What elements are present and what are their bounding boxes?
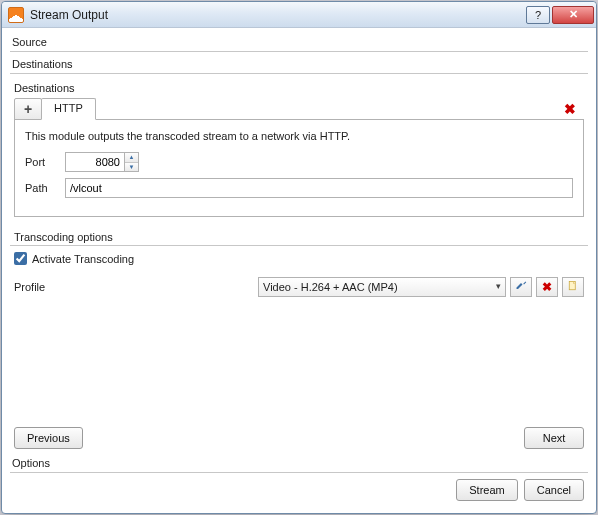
source-section-header[interactable]: Source [10, 32, 588, 51]
divider [10, 51, 588, 52]
edit-profile-button[interactable] [510, 277, 532, 297]
port-input[interactable] [65, 152, 125, 172]
svg-rect-0 [569, 282, 575, 290]
stream-button[interactable]: Stream [456, 479, 517, 501]
vlc-cone-icon [8, 7, 24, 23]
activate-transcoding-label: Activate Transcoding [32, 253, 134, 265]
path-label: Path [25, 182, 65, 194]
cancel-button[interactable]: Cancel [524, 479, 584, 501]
profile-selected-value: Video - H.264 + AAC (MP4) [263, 281, 398, 293]
spin-down-icon[interactable]: ▼ [125, 163, 138, 172]
close-window-button[interactable]: ✕ [552, 6, 594, 24]
divider [10, 472, 588, 473]
tab-label: HTTP [54, 102, 83, 114]
close-icon: ✖ [564, 101, 576, 117]
plus-icon: + [24, 101, 32, 117]
titlebar[interactable]: Stream Output ? ✕ [2, 2, 596, 28]
stream-output-dialog: Stream Output ? ✕ Source Destinations De… [1, 1, 597, 514]
button-label: Cancel [537, 484, 571, 496]
spin-up-icon[interactable]: ▲ [125, 153, 138, 163]
button-label: Next [543, 432, 566, 444]
http-destination-panel: This module outputs the transcoded strea… [14, 119, 584, 217]
options-section-header[interactable]: Options [10, 453, 588, 472]
add-destination-tab-button[interactable]: + [14, 98, 42, 120]
port-label: Port [25, 156, 65, 168]
wrench-icon [515, 280, 527, 294]
divider [10, 245, 588, 246]
dialog-footer: Stream Cancel [10, 475, 588, 507]
port-stepper[interactable]: ▲ ▼ [65, 152, 139, 172]
new-profile-button[interactable] [562, 277, 584, 297]
new-file-icon [567, 280, 579, 294]
destinations-section-header[interactable]: Destinations [10, 54, 588, 73]
destinations-group-label: Destinations [10, 80, 588, 96]
wizard-nav-row: Previous Next [10, 423, 588, 453]
divider [10, 73, 588, 74]
help-button[interactable]: ? [526, 6, 550, 24]
remove-destination-button[interactable]: ✖ [562, 101, 578, 117]
profile-label: Profile [14, 281, 68, 293]
tab-http[interactable]: HTTP [41, 98, 96, 120]
next-button[interactable]: Next [524, 427, 584, 449]
activate-transcoding-checkbox[interactable] [14, 252, 27, 265]
profile-select[interactable]: Video - H.264 + AAC (MP4) [258, 277, 506, 297]
http-description: This module outputs the transcoded strea… [25, 130, 573, 142]
button-label: Previous [27, 432, 70, 444]
delete-profile-button[interactable]: ✖ [536, 277, 558, 297]
window-title: Stream Output [30, 8, 108, 22]
previous-button[interactable]: Previous [14, 427, 83, 449]
button-label: Stream [469, 484, 504, 496]
transcoding-group-label: Transcoding options [10, 229, 588, 245]
delete-icon: ✖ [542, 280, 552, 294]
path-input[interactable] [65, 178, 573, 198]
